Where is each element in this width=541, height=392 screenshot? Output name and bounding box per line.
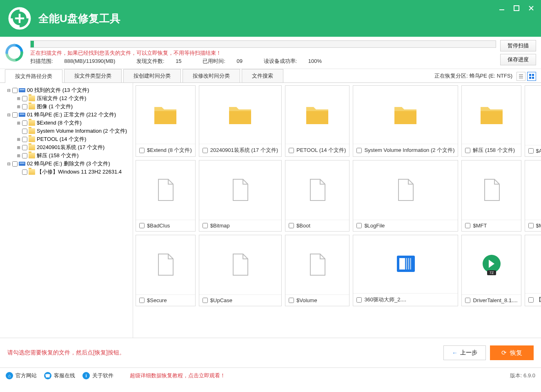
info-footer: ⌂官方网站 ☎客服在线 i关于软件 超级详细数据恢复教程，点击立即观看！ 版本:…: [0, 368, 541, 383]
tab-by-created[interactable]: 按创建时间分类: [123, 69, 181, 82]
grid-item[interactable]: 20240901装系统 (17 个文件): [199, 85, 282, 157]
item-label: System Volume Information (2 个文件): [364, 147, 454, 154]
file-icon: [285, 160, 349, 220]
tutorial-promo-link[interactable]: 超级详细数据恢复教程，点击立即观看！: [130, 372, 225, 379]
file-icon: [199, 160, 281, 220]
status-logo-icon: [5, 43, 24, 62]
item-checkbox[interactable]: [289, 223, 294, 228]
tabs-row: 按文件路径分类 按文件类型分类 按创建时间分类 按修改时间分类 文件搜索 正在恢…: [0, 69, 541, 83]
previous-step-button[interactable]: ← 上一步: [443, 345, 486, 360]
svg-rect-6: [532, 77, 534, 79]
tree-node[interactable]: ⊞20240901装系统 (17 个文件): [2, 143, 131, 151]
grid-item[interactable]: 360驱动大师_2....: [353, 235, 458, 306]
maximize-button[interactable]: [510, 2, 523, 14]
item-checkbox[interactable]: [528, 297, 534, 303]
item-checkbox[interactable]: [528, 223, 534, 228]
tab-by-modified[interactable]: 按修改时间分类: [183, 69, 240, 82]
grid-item[interactable]: $Secure: [136, 235, 196, 306]
grid-item[interactable]: $BadClus: [136, 160, 196, 232]
grid-item[interactable]: $Boot: [285, 160, 350, 232]
item-checkbox[interactable]: [203, 298, 208, 303]
pause-scan-button[interactable]: 暂停扫描: [500, 40, 536, 51]
grid-item[interactable]: PETOOL (14 个文件): [285, 85, 350, 157]
item-checkbox[interactable]: [139, 298, 145, 303]
tree-node[interactable]: ⊞图像 (1 个文件): [2, 102, 131, 111]
grid-item[interactable]: 【MS-ZZY】Windows...: [525, 235, 541, 306]
app-title: 全能U盘修复工具: [38, 11, 120, 26]
scan-notice: 正在扫描文件，如果已经找到您丢失的文件，可以立即恢复，不用等待扫描结束！: [30, 49, 496, 57]
grid-item[interactable]: 解压 (158 个文件): [461, 85, 521, 157]
svg-rect-3: [529, 74, 531, 76]
window-controls: [495, 2, 538, 14]
grid-item[interactable]: $MFTMirr: [525, 160, 541, 232]
item-checkbox[interactable]: [139, 148, 145, 153]
view-grid-button[interactable]: [527, 72, 536, 81]
tree-node[interactable]: ⊞$Extend (8 个文件): [2, 119, 131, 127]
item-checkbox[interactable]: [203, 148, 208, 153]
item-checkbox[interactable]: [528, 148, 534, 154]
tree-node-root-deleted[interactable]: ⊟02 蜂鸟PE (E:) 删除文件 (3 个文件): [2, 160, 131, 168]
progress-bar: [30, 40, 496, 48]
item-checkbox[interactable]: [356, 148, 362, 153]
svg-rect-1: [499, 9, 504, 10]
refresh-icon: ⟳: [501, 349, 507, 356]
svg-rect-12: [20, 163, 24, 164]
grid-item[interactable]: $Volume: [285, 235, 350, 306]
item-checkbox[interactable]: [139, 223, 145, 228]
grid-item[interactable]: $Bitmap: [199, 160, 282, 232]
file-icon: [462, 160, 521, 220]
svg-rect-10: [20, 114, 24, 115]
tab-by-type[interactable]: 按文件类型分类: [64, 69, 122, 82]
item-label: $LogFile: [364, 223, 385, 229]
tree-node-root-normal[interactable]: ⊟01 蜂鸟PE (E:) 正常文件 (212 个文件): [2, 111, 131, 119]
svg-rect-4: [532, 74, 534, 76]
grid-item[interactable]: DriverTalent_8.1....: [461, 235, 521, 306]
item-label: 解压 (158 个文件): [473, 147, 515, 154]
item-label: $Extend (8 个文件): [147, 147, 192, 154]
grid-item[interactable]: System Volume Information (2 个文件): [353, 85, 458, 157]
action-footer: 请勾选您需要恢复的文件，然后点[恢复]按钮。 ← 上一步 ⟳ 恢复: [0, 338, 541, 368]
tree-node[interactable]: ⊞压缩文件 (12 个文件): [2, 94, 131, 102]
item-checkbox[interactable]: [465, 148, 470, 153]
file-tree[interactable]: ⊟00 找到的文件 (13 个文件) ⊞压缩文件 (12 个文件) ⊞图像 (1…: [0, 83, 133, 338]
recover-button[interactable]: ⟳ 恢复: [490, 345, 534, 360]
item-checkbox[interactable]: [465, 223, 470, 228]
minimize-button[interactable]: [495, 2, 508, 14]
folder-icon: [353, 86, 458, 144]
grid-item[interactable]: $MFT: [461, 160, 521, 232]
item-label: PETOOL (14 个文件): [296, 147, 346, 154]
close-button[interactable]: [525, 2, 538, 14]
grid-item[interactable]: $AttrDef: [525, 85, 541, 157]
grid-item[interactable]: $UpCase: [199, 235, 282, 306]
about-link[interactable]: i关于软件: [82, 372, 114, 379]
tree-node-root-found[interactable]: ⊟00 找到的文件 (13 个文件): [2, 86, 131, 94]
svg-rect-8: [20, 89, 24, 90]
tree-node[interactable]: ⊞解压 (158 个文件): [2, 151, 131, 160]
item-checkbox[interactable]: [289, 298, 294, 303]
tree-node[interactable]: 【小修】Windows 11 23H2 22631.4: [2, 168, 131, 176]
item-checkbox[interactable]: [356, 297, 362, 303]
item-checkbox[interactable]: [465, 298, 470, 303]
file-icon: [285, 235, 349, 294]
item-checkbox[interactable]: [203, 223, 208, 228]
info-icon: i: [82, 372, 90, 379]
tree-node[interactable]: ⊞PETOOL (14 个文件): [2, 135, 131, 143]
tab-by-path[interactable]: 按文件路径分类: [5, 69, 62, 83]
official-site-link[interactable]: ⌂官方网站: [6, 372, 37, 379]
tab-file-search[interactable]: 文件搜索: [242, 69, 283, 82]
view-list-button[interactable]: [517, 72, 525, 81]
grid-item[interactable]: $LogFile: [353, 160, 458, 232]
item-label: 360驱动大师_2....: [364, 296, 406, 303]
tree-node[interactable]: System Volume Information (2 个文件): [2, 127, 131, 135]
app-logo-icon: [8, 7, 31, 30]
item-checkbox[interactable]: [356, 223, 362, 228]
file-grid: $Extend (8 个文件)20240901装系统 (17 个文件)PETOO…: [133, 83, 541, 338]
item-label: $BadClus: [147, 223, 170, 229]
file-icon: [136, 235, 195, 294]
customer-service-link[interactable]: ☎客服在线: [44, 372, 75, 379]
save-progress-button[interactable]: 保存进度: [500, 54, 536, 65]
grid-item[interactable]: $Extend (8 个文件): [136, 85, 196, 157]
item-label: $MFT: [473, 223, 487, 229]
item-label: $MFTMirr: [536, 223, 541, 229]
item-checkbox[interactable]: [289, 148, 294, 153]
